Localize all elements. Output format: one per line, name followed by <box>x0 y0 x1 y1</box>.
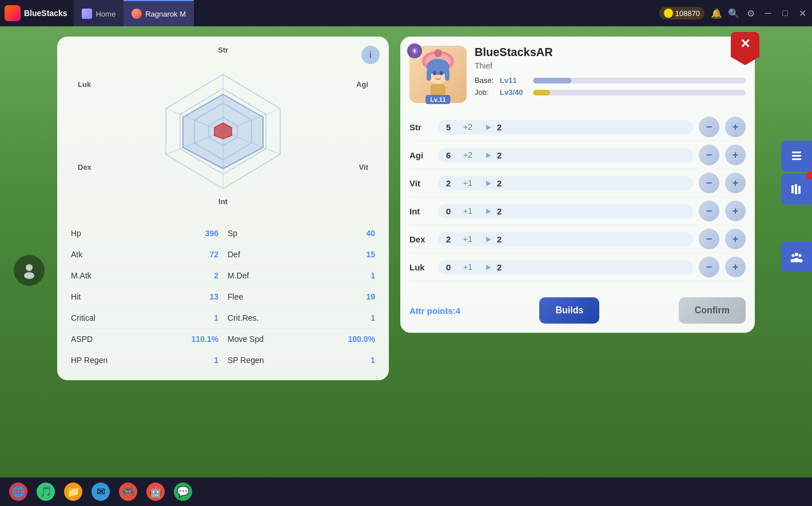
tab-ragnarok[interactable]: Ragnarok M <box>124 0 194 26</box>
search-icon[interactable]: 🔍 <box>729 8 739 18</box>
luk-minus-button[interactable]: − <box>699 257 719 277</box>
stats-panel: i Str Agi Vit Int Dex Luk <box>57 37 389 380</box>
stat-label-critical: Critical <box>71 313 117 322</box>
svg-point-31 <box>795 253 798 256</box>
bluestacks-icon[interactable]: 🤖 <box>146 483 165 501</box>
character-class: Thief <box>475 61 746 70</box>
stat-value-hit: 13 <box>209 292 218 301</box>
svg-point-17 <box>434 49 442 57</box>
stat-row-mdef: M.Def 1 <box>223 265 380 286</box>
attr-bonus-int: +1 <box>463 206 480 216</box>
job-xp-bar-bg <box>533 90 746 95</box>
luk-plus-button[interactable]: + <box>725 257 746 277</box>
dex-plus-button[interactable]: + <box>725 229 746 249</box>
svg-rect-20 <box>427 69 431 81</box>
minimize-icon[interactable]: ─ <box>763 8 773 18</box>
attr-base-vit: 2 <box>446 178 457 188</box>
close-icon: ✕ <box>740 37 750 51</box>
side-tab-map[interactable] <box>781 174 812 205</box>
arrow-icon-luk: ▶ <box>486 263 491 271</box>
attr-bonus-vit: +1 <box>463 178 480 188</box>
character-name: BlueStacksAR <box>475 46 746 59</box>
side-tab-party[interactable] <box>781 241 812 272</box>
builds-button[interactable]: Builds <box>539 297 599 324</box>
stat-row-movespd: Move Spd 100.0% <box>223 329 380 350</box>
attr-name-luk: Luk <box>409 262 432 272</box>
attr-name-agi: Agi <box>409 150 432 160</box>
chrome-icon[interactable]: 🌐 <box>9 483 27 501</box>
attr-pill-str: 5 +2 ▶ 2 <box>438 120 693 134</box>
spotify-icon[interactable]: 🎵 <box>37 483 55 501</box>
job-label: Job: <box>475 88 495 97</box>
stat-label-flee: Flee <box>228 292 273 301</box>
info-button[interactable]: i <box>361 46 380 64</box>
steam-icon[interactable]: 🎮 <box>119 483 137 501</box>
int-plus-button[interactable]: + <box>725 201 746 221</box>
stat-label-hpregen: HP Regen <box>71 356 117 365</box>
close-window-icon[interactable]: ✕ <box>797 8 807 18</box>
home-tab-icon <box>82 9 92 19</box>
attr-row-dex: Dex 2 +1 ▶ 2 − + <box>409 225 746 253</box>
side-tab-quests[interactable] <box>781 141 812 172</box>
attr-bonus-str: +2 <box>463 122 480 132</box>
attribute-section: Str 5 +2 ▶ 2 − + Agi 6 +2 ▶ 2 <box>409 113 746 281</box>
dex-minus-button[interactable]: − <box>699 229 719 249</box>
radar-label-vit: Vit <box>359 163 368 172</box>
int-minus-button[interactable]: − <box>699 201 719 221</box>
stat-value-spregen: 1 <box>371 356 375 365</box>
vit-plus-button[interactable]: + <box>725 173 746 193</box>
str-minus-button[interactable]: − <box>699 117 719 137</box>
tab-home[interactable]: Home <box>74 0 124 26</box>
stat-value-critical: 1 <box>214 313 218 322</box>
arrow-icon-str: ▶ <box>486 123 491 131</box>
stat-value-matk: 2 <box>214 271 218 280</box>
svg-point-35 <box>791 259 795 262</box>
vit-minus-button[interactable]: − <box>699 173 719 193</box>
stat-value-hp: 396 <box>205 229 218 238</box>
confirm-button[interactable]: Confirm <box>679 297 746 324</box>
svg-rect-29 <box>795 184 797 194</box>
svg-rect-25 <box>792 152 801 153</box>
stat-label-atk: Atk <box>71 250 117 259</box>
character-panel: ✕ <box>400 37 755 333</box>
stat-value-critres: 1 <box>371 313 375 322</box>
coin-icon <box>664 9 673 18</box>
stat-row-aspd: ASPD 110.1% <box>66 329 223 350</box>
agi-plus-button[interactable]: + <box>725 145 746 165</box>
settings-icon[interactable]: ⚙ <box>746 8 756 18</box>
notification-icon[interactable]: 🔔 <box>711 8 722 18</box>
bottom-action-bar: Attr points:4 Builds Confirm <box>409 290 746 324</box>
attr-base-luk: 0 <box>446 262 457 272</box>
level-badge: Lv.11 <box>425 95 450 104</box>
info-icon: i <box>369 50 372 59</box>
attr-row-agi: Agi 6 +2 ▶ 2 − + <box>409 141 746 169</box>
agi-minus-button[interactable]: − <box>699 145 719 165</box>
stat-label-hit: Hit <box>71 292 117 301</box>
line-icon[interactable]: 💬 <box>174 483 192 501</box>
character-info: BlueStacksAR Thief Base: Lv11 Job: Lv3/4… <box>475 46 746 100</box>
str-plus-button[interactable]: + <box>725 117 746 137</box>
app-logo: BlueStacks <box>5 5 67 21</box>
attr-pill-agi: 6 +2 ▶ 2 <box>438 148 693 162</box>
job-xp-row: Job: Lv3/40 <box>475 88 746 97</box>
attr-total-dex: 2 <box>497 234 508 244</box>
base-label: Base: <box>475 76 495 85</box>
stat-label-spregen: SP Regen <box>228 356 273 365</box>
file-icon[interactable]: 📁 <box>64 483 82 501</box>
attr-base-str: 5 <box>446 122 457 132</box>
player-icon[interactable] <box>14 255 45 286</box>
attr-base-dex: 2 <box>446 234 457 244</box>
stat-label-matk: M.Atk <box>71 271 117 280</box>
radar-chart <box>143 63 303 200</box>
stat-value-flee: 19 <box>366 292 375 301</box>
svg-rect-26 <box>792 155 801 157</box>
stat-label-hp: Hp <box>71 229 117 238</box>
attr-row-vit: Vit 2 +1 ▶ 2 − + <box>409 169 746 197</box>
radar-label-dex: Dex <box>78 163 91 172</box>
svg-rect-30 <box>798 186 801 194</box>
attr-pill-dex: 2 +1 ▶ 2 <box>438 232 693 246</box>
stat-row-flee: Flee 19 <box>223 286 380 308</box>
mail-icon[interactable]: ✉ <box>91 483 110 501</box>
maximize-icon[interactable]: □ <box>780 8 790 18</box>
side-tabs <box>781 141 812 272</box>
